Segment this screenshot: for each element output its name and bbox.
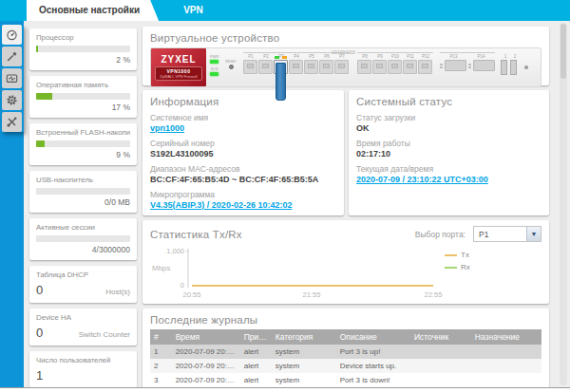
sfp-port-p14[interactable] bbox=[473, 60, 495, 71]
field-value-link[interactable]: V4.35(ABIP.3) / 2020-02-26 10:42:02 bbox=[150, 200, 336, 210]
led-label: PWR bbox=[210, 54, 218, 59]
logs-column-header[interactable]: Приор... bbox=[240, 329, 272, 345]
field: МикропрограммаV4.35(ABIP.3) / 2020-02-26… bbox=[150, 190, 336, 210]
log-cell: alert bbox=[240, 373, 272, 387]
ethernet-plug bbox=[276, 63, 286, 101]
port-select-group: Выбор порта: P1 ▼ bbox=[415, 226, 542, 242]
log-cell: Port 3 is down! bbox=[336, 373, 410, 387]
port-p7[interactable] bbox=[334, 60, 349, 74]
port-p1[interactable] bbox=[243, 60, 257, 74]
log-cell: 2020-07-09 20:53:33 bbox=[172, 359, 240, 373]
led-sys: SYS bbox=[210, 66, 218, 76]
field-value-link[interactable]: 2020-07-09 / 23:10:22 UTC+03:00 bbox=[356, 175, 542, 184]
logs-column-header[interactable]: Источник bbox=[410, 329, 471, 345]
stat-value-row: 0Switch Counter bbox=[36, 326, 130, 340]
port-labels: P8P9P10P11P12 bbox=[357, 54, 433, 59]
port-group-2: P8P9P10P11P12 bbox=[357, 52, 433, 74]
field-label: Текущая дата/время bbox=[356, 164, 542, 174]
sidebar-item-dashboard[interactable] bbox=[2, 25, 22, 45]
logs-column-header[interactable]: Описание bbox=[336, 329, 410, 345]
log-cell: Port 3 is up! bbox=[336, 345, 410, 359]
port-p12[interactable] bbox=[418, 60, 432, 74]
field-value-link[interactable]: vpn1000 bbox=[150, 123, 336, 133]
port-label-p8: P8 bbox=[357, 54, 372, 59]
legend-label: Tx bbox=[461, 251, 469, 259]
sidebar-item-wizard[interactable] bbox=[2, 47, 22, 66]
log-cell bbox=[410, 359, 471, 373]
logs-table: #ВремяПриор...КатегорияОписаниеИсточникН… bbox=[150, 329, 542, 387]
port-label-p4: P4 bbox=[289, 54, 304, 59]
stat-value-row: 1 bbox=[36, 368, 130, 383]
port-group-1: P1P2P3P4P5P6P7 bbox=[243, 52, 350, 74]
virtual-device-panel: Виртуальное устройство ZYXEL VPN1000 ZyW… bbox=[142, 27, 549, 85]
progress-bar bbox=[36, 93, 130, 100]
port-select-dropdown[interactable]: P1 ▼ bbox=[473, 226, 542, 242]
svg-text:0: 0 bbox=[180, 281, 184, 289]
gauge-icon bbox=[6, 28, 18, 41]
field-label: Диапазон MAC-адресов bbox=[150, 164, 336, 174]
table-row[interactable]: 12020-07-09 20:53:34alertsystemPort 3 is… bbox=[150, 345, 542, 359]
panel-title: Статистика Tx/Rx bbox=[150, 229, 242, 240]
device-leds: PWRSYS bbox=[206, 48, 222, 76]
stat-value: 0 bbox=[36, 326, 43, 340]
app-window: Основные настройки VPN bbox=[0, 0, 570, 392]
stat-card-dhcp-table: Таблица DHCP0Host(s) bbox=[29, 266, 137, 303]
port-p8[interactable] bbox=[357, 60, 371, 74]
stat-card-flash-usage: Встроенный FLASH-накопитель9 % bbox=[29, 123, 137, 165]
progress-bar bbox=[36, 188, 130, 195]
progress-fill bbox=[36, 93, 52, 100]
port-p9[interactable] bbox=[372, 60, 387, 74]
device-front-panel: ZYXEL VPN1000 ZyWALL VPN Firewall PWRSYS… bbox=[150, 47, 542, 87]
port-p11[interactable] bbox=[403, 60, 417, 74]
field: Диапазон MAC-адресовBC:CF:4F:65:B5:4D ~ … bbox=[150, 164, 336, 184]
scrollbar-thumb[interactable] bbox=[560, 24, 566, 79]
table-row[interactable]: 32020-07-09 20:53:09alertsystemPort 3 is… bbox=[150, 373, 542, 387]
reset-button[interactable] bbox=[229, 65, 234, 69]
stat-value-row: 0Host(s) bbox=[36, 283, 130, 297]
log-cell: system bbox=[272, 345, 336, 359]
sfp-leds bbox=[468, 64, 471, 68]
log-cell: 1 bbox=[150, 345, 172, 359]
table-row[interactable]: 22020-07-09 20:53:33alertsystemDevice st… bbox=[150, 359, 542, 373]
stat-value: 4/3000000 bbox=[36, 245, 130, 254]
gear-icon bbox=[6, 94, 18, 106]
port-label-p12: P12 bbox=[418, 54, 433, 59]
logs-column-header[interactable]: # bbox=[150, 329, 172, 345]
tab-vpn[interactable]: VPN bbox=[159, 0, 228, 21]
port-p5[interactable] bbox=[304, 60, 318, 74]
usb-port-2[interactable] bbox=[510, 60, 517, 75]
sidebar-item-monitor[interactable] bbox=[2, 68, 22, 88]
port-label-p2: P2 bbox=[258, 54, 274, 59]
port-p10[interactable] bbox=[388, 60, 402, 74]
port-label-p10: P10 bbox=[388, 54, 403, 59]
information-fields: Системное имяvpn1000Серийный номерS192L4… bbox=[150, 113, 336, 210]
tab-general-settings[interactable]: Основные настройки bbox=[27, 0, 159, 21]
logs-column-header[interactable]: Время bbox=[172, 329, 240, 345]
port-p3[interactable] bbox=[274, 60, 288, 74]
device-model-badge: VPN1000 ZyWALL VPN Firewall bbox=[155, 66, 201, 81]
port-p2[interactable] bbox=[258, 60, 273, 74]
stat-card-cpu-usage: Процессор2 % bbox=[29, 28, 137, 70]
usb-label-1: 1 bbox=[501, 54, 510, 59]
legend-item-rx: Rx bbox=[445, 263, 470, 271]
logs-column-header[interactable]: Назначение bbox=[471, 329, 542, 345]
usb-port-group: 12 bbox=[501, 52, 520, 75]
usb-row bbox=[501, 60, 520, 75]
usb-port-1[interactable] bbox=[501, 60, 507, 75]
field: Статус загрузкиOK bbox=[356, 113, 542, 133]
sidebar-item-maintenance[interactable] bbox=[2, 112, 22, 132]
logs-column-header[interactable]: Категория bbox=[272, 329, 336, 345]
vertical-scrollbar bbox=[560, 23, 567, 385]
sfp-port-p13[interactable] bbox=[445, 60, 466, 71]
sidebar-item-configuration[interactable] bbox=[2, 90, 22, 110]
dashboard-content: Процессор2 %Оперативная память17 %Встрое… bbox=[24, 21, 570, 387]
svg-text:Mbps: Mbps bbox=[152, 264, 171, 272]
orange-led bbox=[282, 56, 287, 59]
footer-bar bbox=[0, 387, 570, 392]
port-label-p5: P5 bbox=[304, 54, 319, 59]
port-label-p9: P9 bbox=[372, 54, 388, 59]
port-p4[interactable] bbox=[289, 60, 303, 74]
port-p6[interactable] bbox=[319, 60, 333, 74]
chevron-down-icon: ▼ bbox=[526, 227, 541, 241]
led-label: SYS bbox=[211, 66, 218, 71]
